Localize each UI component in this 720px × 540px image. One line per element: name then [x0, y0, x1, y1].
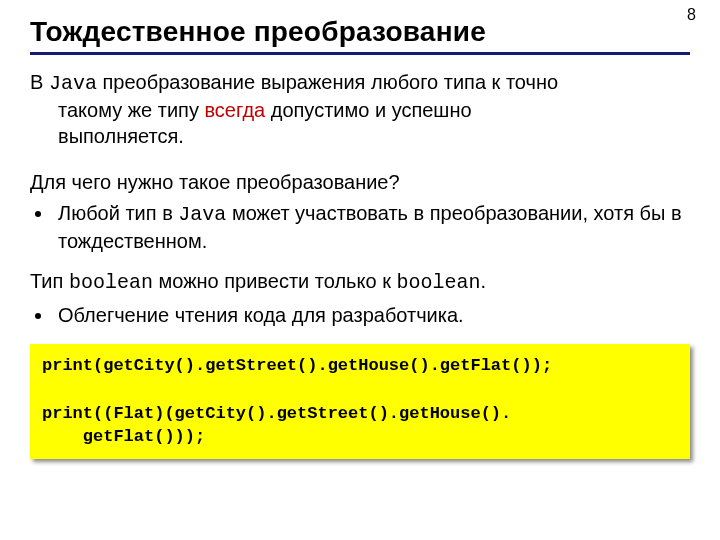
stmt-c: можно привести только к [153, 270, 397, 292]
stmt-e: . [480, 270, 486, 292]
intro-text-prefix: В [30, 71, 49, 93]
slide-title: Тождественное преобразование [30, 16, 690, 48]
bullet-1: Любой тип в Java может участвовать в пре… [54, 200, 690, 254]
bullet-list-2: Облегчение чтения кода для разработчика. [30, 302, 690, 328]
stmt-b: boolean [69, 271, 153, 294]
intro-java: Java [49, 72, 97, 95]
intro-cont-a: такому же типу [58, 99, 204, 121]
intro-highlight: всегда [204, 99, 265, 121]
bullet-list-1: Любой тип в Java может участвовать в пре… [30, 200, 690, 254]
stmt-d: boolean [396, 271, 480, 294]
title-rule [30, 52, 690, 55]
intro-cont-2: выполняется. [30, 123, 690, 149]
code-example: print(getCity().getStreet().getHouse().g… [30, 344, 690, 459]
bullet-1a: Любой тип в [58, 202, 178, 224]
bullet-2: Облегчение чтения кода для разработчика. [54, 302, 690, 328]
boolean-statement: Тип boolean можно привести только к bool… [30, 270, 690, 294]
intro-paragraph: В Java преобразование выражения любого т… [30, 69, 690, 149]
question-text: Для чего нужно такое преобразование? [30, 171, 690, 194]
stmt-a: Тип [30, 270, 69, 292]
intro-cont-b: допустимо и успешно [265, 99, 471, 121]
slide: 8 Тождественное преобразование В Java пр… [0, 0, 720, 540]
bullet-1-java: Java [178, 203, 226, 226]
intro-text-line1: преобразование выражения любого типа к т… [97, 71, 558, 93]
page-number: 8 [687, 6, 696, 24]
